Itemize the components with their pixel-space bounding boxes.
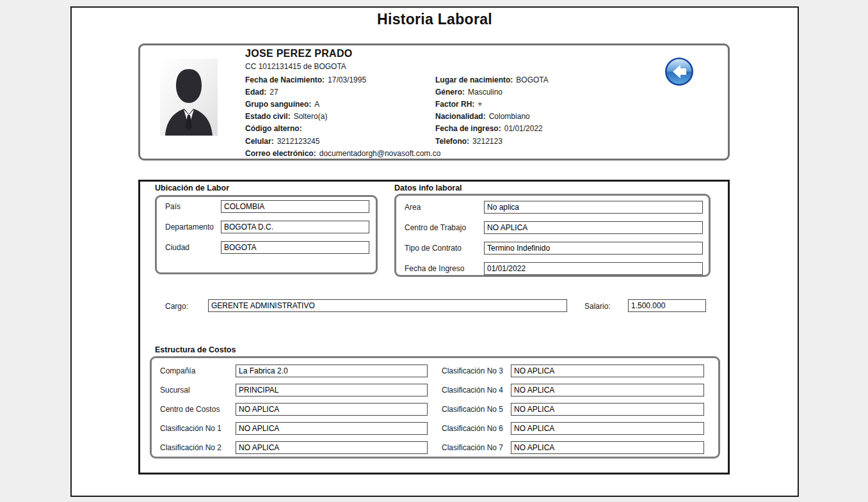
profile-field-fecha-nacimiento: Fecha de Nacimiento:17/03/1995 [245,74,440,86]
profile-field-fecha-ingreso: Fecha de ingreso:01/01/2022 [435,123,549,135]
field-centro-trabajo: Centro de Trabajo [405,221,703,234]
centro-costos-label: Centro de Costos [160,405,236,414]
tipo-contrato-label: Tipo de Contrato [405,244,484,253]
fieldset-ubicacion: País Departamento Ciudad [155,195,378,274]
avatar [160,59,218,136]
tipo-contrato-input[interactable] [484,242,703,255]
profile-field-grupo-sanguineo: Grupo sanguíneo:A [245,98,440,110]
clasificacion-4-input[interactable] [511,384,704,396]
centro-trabajo-input[interactable] [484,221,703,234]
ciudad-input[interactable] [221,241,369,254]
field-ciudad: Ciudad [165,241,369,254]
main-window: Historia Laboral JOSE PEREZ PRADO CC 101… [70,6,799,497]
field-area: Area [405,201,703,214]
field-tipo-contrato: Tipo de Contrato [405,242,703,255]
sucursal-input[interactable] [236,384,428,396]
profile-left-column: Fecha de Nacimiento:17/03/1995 Edad:27 G… [245,74,440,159]
compania-label: Compañía [160,366,236,375]
employee-document: CC 1012131415 de BOGOTA [245,62,346,71]
clasificacion-7-label: Clasificación No 7 [442,443,511,452]
person-silhouette-icon [160,59,218,136]
fieldset-estructura: Compañía Sucursal Centro de Costos Clasi… [150,356,720,459]
clasificacion-5-input[interactable] [511,403,704,416]
clasificacion-4-label: Clasificación No 4 [442,386,511,395]
clasificacion-6-input[interactable] [511,422,704,435]
salario-input[interactable] [628,299,706,312]
clasificacion-2-input[interactable] [236,441,428,454]
cargo-label: Cargo: [165,302,188,311]
field-clasificacion-5: Clasificación No 5 [442,403,704,416]
profile-field-correo: Correo electrónico:documentadorgh@novaso… [245,147,440,159]
historia-laboral-page: { "page": { "title": "Historia Laboral" … [0,0,868,502]
fecha-ingreso-input[interactable] [484,262,703,275]
centro-costos-input[interactable] [236,403,428,416]
area-input[interactable] [484,201,703,214]
fieldset-datos-laboral: Area Centro de Trabajo Tipo de Contrato … [394,194,711,277]
field-clasificacion-2: Clasificación No 2 [160,441,428,454]
employee-name: JOSE PEREZ PRADO [245,48,353,59]
field-compania: Compañía [160,365,428,377]
section-title-ubicacion: Ubicación de Labor [155,184,229,192]
field-centro-costos: Centro de Costos [160,403,428,416]
salario-label: Salario: [584,302,611,311]
departamento-input[interactable] [221,221,369,233]
profile-right-column: Lugar de nacimiento:BOGOTA Género:Mascul… [435,74,549,147]
pais-label: País [165,202,221,211]
field-clasificacion-6: Clasificación No 6 [442,422,704,435]
fecha-ingreso-label: Fecha de Ingreso [405,264,484,273]
field-fecha-ingreso-laboral: Fecha de Ingreso [405,262,703,275]
field-departamento: Departamento [165,221,369,233]
clasificacion-3-input[interactable] [511,365,704,377]
profile-field-estado-civil: Estado civil:Soltero(a) [245,111,440,123]
profile-field-nacionalidad: Nacionalidad:Colombiano [435,111,549,123]
clasificacion-5-label: Clasificación No 5 [442,405,511,414]
profile-field-lugar-nacimiento: Lugar de nacimiento:BOGOTA [435,74,549,86]
field-sucursal: Sucursal [160,384,428,396]
profile-field-edad: Edad:27 [245,86,440,98]
centro-trabajo-label: Centro de Trabajo [405,223,484,232]
clasificacion-3-label: Clasificación No 3 [442,366,511,375]
field-clasificacion-7: Clasificación No 7 [442,441,704,454]
field-pais: País [165,200,369,213]
profile-card: JOSE PEREZ PRADO CC 1012131415 de BOGOTA… [138,43,730,161]
clasificacion-7-input[interactable] [511,441,704,454]
profile-field-factor-rh: Factor RH:+ [435,98,549,110]
clasificacion-1-input[interactable] [236,422,428,435]
sucursal-label: Sucursal [160,386,236,395]
cargo-input[interactable] [208,299,567,312]
section-title-datos-laboral: Datos info laboral [394,184,462,192]
section-title-estructura: Estructura de Costos [155,345,236,354]
field-clasificacion-4: Clasificación No 4 [442,384,704,396]
form-box: Ubicación de Labor País Departamento Ciu… [138,180,730,475]
field-clasificacion-3: Clasificación No 3 [442,365,704,377]
field-clasificacion-1: Clasificación No 1 [160,422,428,435]
clasificacion-6-label: Clasificación No 6 [442,424,511,433]
area-label: Area [405,203,484,212]
compania-input[interactable] [236,365,428,377]
profile-field-telefono: Telefono:3212123 [435,135,549,147]
departamento-label: Departamento [165,223,221,231]
pais-input[interactable] [221,200,369,213]
profile-field-celular: Celular:3212123245 [245,135,440,147]
profile-field-genero: Género:Masculino [435,86,549,98]
clasificacion-1-label: Clasificación No 1 [160,424,236,433]
ciudad-label: Ciudad [165,243,221,252]
page-title: Historia Laboral [72,11,798,28]
back-arrow-icon [664,57,694,86]
back-button[interactable] [664,57,694,86]
clasificacion-2-label: Clasificación No 2 [160,443,236,452]
profile-field-codigo-alterno: Código alterno: [245,123,440,135]
